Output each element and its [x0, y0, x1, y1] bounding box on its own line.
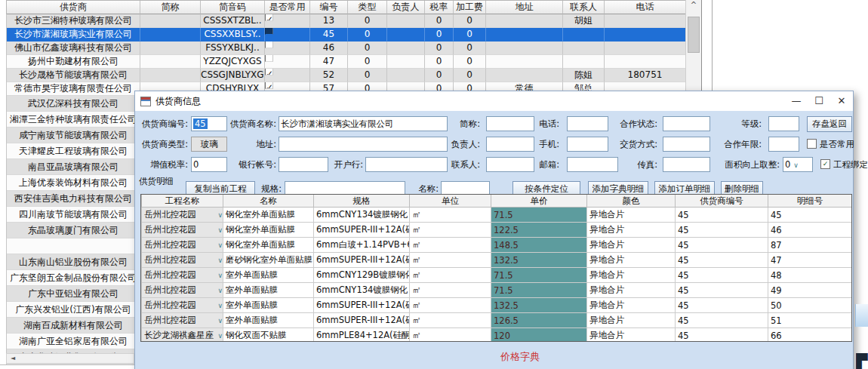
supplier-no-field[interactable]: 45	[191, 116, 227, 131]
coop-years-field[interactable]	[768, 137, 799, 152]
detail-cell[interactable]: 6mm白玻+1.14PVB+6mm...	[314, 238, 410, 253]
list-item[interactable]: 广东坚朗五金制品股份有限公司	[7, 270, 140, 286]
table-row[interactable]: 长沙市潇湘玻璃实业有限公司CSSXXBLSY..45000	[7, 28, 686, 42]
detail-column-header-6[interactable]: 颜色	[587, 195, 676, 208]
scroll-up-icon[interactable]: ^	[686, 0, 701, 12]
close-button[interactable]: ✕	[830, 91, 853, 111]
common-checkbox-icon[interactable]: ✓	[265, 14, 273, 21]
detail-cell[interactable]: 磨砂钢化室外单面贴膜	[223, 253, 314, 268]
vertical-scrollbar-thumb[interactable]	[688, 17, 700, 53]
detail-cell[interactable]: 49	[768, 283, 852, 298]
table-row[interactable]: 长沙市三湘特种玻璃有限公司CSSSXTZBL..✓13000胡姐	[7, 14, 686, 28]
detail-cell[interactable]: ㎡	[410, 268, 491, 283]
column-header-10[interactable]: 地址	[486, 1, 563, 14]
project-name-combo[interactable]: 岳州北控花园∨	[142, 208, 223, 223]
column-header-12[interactable]: 电话	[605, 1, 686, 14]
detail-cell[interactable]: 132.5	[491, 298, 587, 313]
phone-field[interactable]	[567, 116, 608, 131]
detail-cell[interactable]: ㎡	[410, 208, 491, 223]
detail-cell[interactable]: 异地合片	[587, 268, 676, 283]
project-name-combo[interactable]: 岳州北控花园∨	[142, 238, 223, 253]
list-item[interactable]: 咸宁南玻节能玻璃有限公司	[7, 128, 140, 143]
list-item[interactable]: 上海优泰装饰材料有限公司	[7, 175, 140, 191]
table-row[interactable]: 佛山市亿鑫玻璃科技有限公司FSSYXBLKJ..46000	[7, 42, 686, 55]
is-common-checkbox[interactable]: 是否常用	[807, 137, 854, 152]
detail-row[interactable]: 岳州北控花园∨室外单面贴膜6mmSUPER-III+12A(硅...㎡126.5…	[142, 313, 852, 328]
detail-cell[interactable]: ㎡	[410, 253, 491, 268]
save-return-button[interactable]: 存盘返回	[807, 116, 852, 132]
list-item[interactable]: 广东中亚铝业有限公司	[7, 286, 140, 302]
column-header-3[interactable]: 简音码	[201, 1, 265, 14]
detail-cell[interactable]: 66	[768, 328, 852, 343]
detail-cell[interactable]: 异地合片	[587, 313, 676, 328]
column-header-8[interactable]: 税率	[425, 1, 454, 14]
detail-cell[interactable]: 6mmCNY134镀膜钢化	[314, 208, 410, 223]
detail-cell[interactable]: 室外单面贴膜	[223, 298, 314, 313]
detail-cell[interactable]: 48	[768, 268, 852, 283]
list-item[interactable]: 南昌亚晶玻璃有限公司	[7, 159, 140, 175]
detail-cell[interactable]: ㎡	[410, 328, 491, 343]
project-name-combo[interactable]: 岳州北控花园∨	[142, 223, 223, 238]
list-item[interactable]: 东晶玻璃厦门有限公司	[7, 223, 140, 238]
detail-cell[interactable]: 45	[676, 208, 768, 223]
detail-cell[interactable]: 47	[768, 253, 852, 268]
column-header-1[interactable]: 供货商	[7, 1, 140, 14]
detail-cell[interactable]: 异地合片	[587, 283, 676, 298]
bank-account-field[interactable]	[279, 157, 328, 172]
detail-cell[interactable]: ㎡	[410, 313, 491, 328]
detail-cell[interactable]: 45	[676, 268, 768, 283]
column-header-11[interactable]: 联系人	[563, 1, 605, 14]
detail-cell[interactable]: 6mmCNY129B镀膜钢化	[314, 268, 410, 283]
detail-cell[interactable]: 室外单面贴膜	[223, 268, 314, 283]
detail-row[interactable]: 岳州北控花园∨钢化室外单面贴膜6mmSUPER-III+12A(硅...㎡122…	[142, 223, 852, 238]
coop-status-field[interactable]	[663, 116, 710, 131]
detail-cell[interactable]: 120	[491, 328, 587, 343]
minimize-button[interactable]: —	[785, 91, 808, 111]
bank-branch-field[interactable]	[365, 157, 448, 172]
table-row[interactable]: 扬州中勤建材有限公司YZZQJCYXGS47000	[7, 55, 686, 69]
detail-row[interactable]: 岳州北控花园∨室外单面贴膜6mmCNY129B镀膜钢化㎡71.5异地合片4548	[142, 268, 852, 283]
detail-cell[interactable]: 45	[676, 283, 768, 298]
detail-column-header-1[interactable]: 工程名称	[142, 195, 223, 208]
detail-cell[interactable]: ㎡	[410, 298, 491, 313]
list-item[interactable]: 西安佳吉美电力科技有限公司	[7, 191, 140, 207]
detail-cell[interactable]: 异地合片	[587, 208, 676, 223]
detail-row[interactable]: 岳州北控花园∨钢化室外单面贴膜6mm白玻+1.14PVB+6mm...㎡148.…	[142, 238, 852, 253]
scroll-left-icon[interactable]: ◄	[7, 354, 19, 363]
detail-cell[interactable]: 钢化室外单面贴膜	[223, 208, 314, 223]
detail-row[interactable]: 岳州北控花园∨磨砂钢化室外单面贴膜6mmSUPER-III+12A(硅...㎡1…	[142, 253, 852, 268]
detail-cell[interactable]: 45	[676, 328, 768, 343]
area-round-up-select[interactable]: 0∨	[783, 157, 813, 172]
detail-cell[interactable]: 6mmSUPER-III+12A(硅...	[314, 223, 410, 238]
detail-column-header-7[interactable]: 供货商编号	[676, 195, 768, 208]
list-item[interactable]: 广东兴发铝业(江西)有限公司	[7, 302, 140, 318]
common-checkbox-icon[interactable]	[265, 42, 273, 48]
detail-column-header-2[interactable]: 名称	[223, 195, 314, 208]
detail-cell[interactable]: 45	[676, 238, 768, 253]
column-header-7[interactable]: 负责人	[387, 1, 425, 14]
grade-field[interactable]	[768, 116, 799, 131]
mobile-field[interactable]	[567, 137, 608, 152]
detail-cell[interactable]: 45	[676, 223, 768, 238]
dialog-titlebar[interactable]: 供货商信息 — ☐ ✕	[135, 91, 853, 111]
detail-cell[interactable]: 室外单面贴膜	[223, 283, 314, 298]
list-item[interactable]: 湘潭三金特种玻璃有限责任公司	[7, 112, 140, 128]
detail-cell[interactable]: 46	[768, 223, 852, 238]
fax-field[interactable]	[663, 157, 710, 172]
column-header-5[interactable]: 编号	[310, 1, 348, 14]
detail-cell[interactable]: 71.5	[491, 208, 587, 223]
list-item[interactable]: 四川南玻节能玻璃有限公司	[7, 207, 140, 223]
list-item[interactable]: 武汉亿深科技有限公司	[7, 96, 140, 112]
email-field[interactable]	[567, 157, 618, 172]
detail-cell[interactable]: 45	[676, 313, 768, 328]
detail-column-header-8[interactable]: 明细号	[768, 195, 852, 208]
detail-cell[interactable]: 6mmPLE84+12A(硅酮胶...	[314, 328, 410, 343]
detail-row[interactable]: 岳州北控花园∨钢化室外单面贴膜6mmCNY134镀膜钢化㎡71.5异地合片454…	[142, 208, 852, 223]
detail-cell[interactable]: 异地合片	[587, 298, 676, 313]
table-row[interactable]: 长沙晟格节能玻璃有限公司CSSGJNBLYXGS✓52000陈姐180751	[7, 69, 686, 82]
detail-cell[interactable]: 钢化双面不贴膜	[223, 328, 314, 343]
detail-cell[interactable]: 71.5	[491, 268, 587, 283]
column-header-4[interactable]: 是否常用	[265, 1, 310, 14]
detail-column-header-5[interactable]: 单价	[491, 195, 587, 208]
detail-cell[interactable]: 50	[768, 298, 852, 313]
